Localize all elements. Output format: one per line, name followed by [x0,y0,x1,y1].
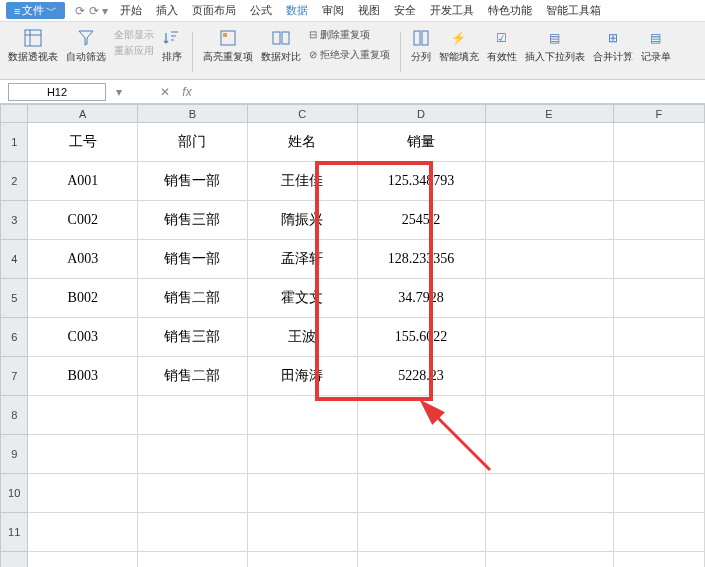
cell[interactable] [247,435,357,474]
cell[interactable]: C003 [28,318,138,357]
cell[interactable] [357,474,485,513]
cell[interactable] [247,552,357,568]
cell[interactable]: 34.7928 [357,279,485,318]
cell[interactable] [485,318,613,357]
row-header-11[interactable]: 11 [1,513,28,552]
cell[interactable]: C002 [28,201,138,240]
cell[interactable] [485,552,613,568]
cell[interactable] [613,552,704,568]
dropdown-arrow-icon[interactable]: ▾ [110,85,128,99]
cell[interactable] [613,162,704,201]
row-header-2[interactable]: 2 [1,162,28,201]
cell[interactable]: 王波 [247,318,357,357]
pivot-button[interactable]: 数据透视表 [8,28,58,64]
row-header-3[interactable]: 3 [1,201,28,240]
menu-review[interactable]: 审阅 [320,2,346,19]
dropdown-button[interactable]: ▤ 插入下拉列表 [525,28,585,64]
cell[interactable] [357,513,485,552]
cell[interactable]: 隋振兴 [247,201,357,240]
reject-button[interactable]: ⊘ 拒绝录入重复项 [309,48,390,62]
cell[interactable]: 部门 [138,123,248,162]
cell[interactable] [485,123,613,162]
row-header-12[interactable]: 12 [1,552,28,568]
menu-view[interactable]: 视图 [356,2,382,19]
cell[interactable]: 销售三部 [138,201,248,240]
reapply-button[interactable]: 重新应用 [114,44,154,58]
col-header-D[interactable]: D [357,105,485,123]
cell[interactable]: 5228.23 [357,357,485,396]
cell[interactable]: 销售一部 [138,240,248,279]
cell[interactable] [138,513,248,552]
cell[interactable] [247,513,357,552]
cell[interactable]: 155.6022 [357,318,485,357]
row-header-1[interactable]: 1 [1,123,28,162]
cell[interactable]: B002 [28,279,138,318]
deldup-button[interactable]: ⊟ 删除重复项 [309,28,370,42]
cell[interactable]: 工号 [28,123,138,162]
autofilter-button[interactable]: 自动筛选 [66,28,106,64]
cell[interactable] [28,513,138,552]
cell[interactable]: 霍文文 [247,279,357,318]
col-header-C[interactable]: C [247,105,357,123]
cell[interactable] [485,357,613,396]
cell[interactable] [247,474,357,513]
sort-button[interactable]: 排序 [162,28,182,64]
cell[interactable] [485,396,613,435]
highlight-button[interactable]: 高亮重复项 [203,28,253,64]
cell[interactable] [28,435,138,474]
cell[interactable] [138,396,248,435]
cell[interactable]: 田海涛 [247,357,357,396]
textcol-button[interactable]: 分列 [411,28,431,64]
cell[interactable] [485,279,613,318]
col-header-E[interactable]: E [485,105,613,123]
showall-button[interactable]: 全部显示 [114,28,154,42]
cell[interactable] [613,474,704,513]
name-box[interactable] [8,83,106,101]
cell[interactable] [357,396,485,435]
col-header-F[interactable]: F [613,105,704,123]
cell[interactable] [613,513,704,552]
cell[interactable]: 销售三部 [138,318,248,357]
spreadsheet[interactable]: A B C D E F 1 工号 部门 姓名 销量 2A001销售一部王佳佳12… [0,104,705,567]
menu-safe[interactable]: 安全 [392,2,418,19]
cell[interactable]: 2545.2 [357,201,485,240]
row-header-5[interactable]: 5 [1,279,28,318]
row-header-7[interactable]: 7 [1,357,28,396]
record-button[interactable]: ▤ 记录单 [641,28,671,64]
col-header-B[interactable]: B [138,105,248,123]
cell[interactable] [138,474,248,513]
cancel-icon[interactable]: ✕ [156,85,174,99]
row-header-9[interactable]: 9 [1,435,28,474]
cell[interactable]: 孟泽轩 [247,240,357,279]
menu-dev[interactable]: 开发工具 [428,2,476,19]
consolidate-button[interactable]: ⊞ 合并计算 [593,28,633,64]
cell[interactable] [138,435,248,474]
cell[interactable]: 销量 [357,123,485,162]
cell[interactable]: 姓名 [247,123,357,162]
row-header-10[interactable]: 10 [1,474,28,513]
cell[interactable]: 销售二部 [138,279,248,318]
compare-button[interactable]: 数据对比 [261,28,301,64]
cell[interactable] [28,396,138,435]
cell[interactable] [485,513,613,552]
cell[interactable] [28,552,138,568]
cell[interactable] [613,279,704,318]
cell[interactable] [485,240,613,279]
file-menu[interactable]: ≡ 文件 ﹀ [6,2,65,19]
cell[interactable] [485,201,613,240]
menu-feature[interactable]: 特色功能 [486,2,534,19]
col-header-A[interactable]: A [28,105,138,123]
cell[interactable]: 125.348793 [357,162,485,201]
menu-formula[interactable]: 公式 [248,2,274,19]
row-header-4[interactable]: 4 [1,240,28,279]
menu-home[interactable]: 开始 [118,2,144,19]
cell[interactable] [613,201,704,240]
cell[interactable] [613,396,704,435]
cell[interactable]: A001 [28,162,138,201]
cell[interactable] [357,552,485,568]
menu-tools[interactable]: 智能工具箱 [544,2,603,19]
cell[interactable] [613,435,704,474]
cell[interactable]: 销售一部 [138,162,248,201]
cell[interactable]: B003 [28,357,138,396]
cell[interactable] [613,123,704,162]
